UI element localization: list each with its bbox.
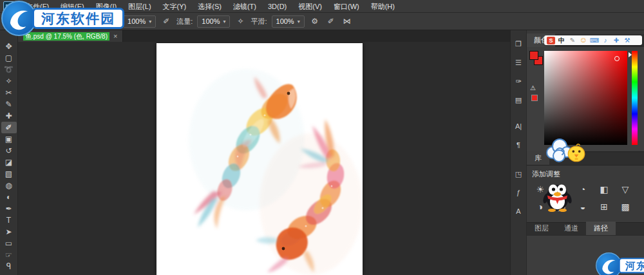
collapsed-panel-icon[interactable]: ◳ xyxy=(511,167,526,181)
tab-channels[interactable]: 通道 xyxy=(556,222,586,235)
color-field-marker[interactable] xyxy=(614,56,620,61)
ime-toolbar-icon[interactable]: ☺ xyxy=(579,36,588,44)
collapsed-panel-icon[interactable]: ✑ xyxy=(511,74,526,88)
tool-button[interactable]: ✚ xyxy=(1,110,17,122)
qq-penguin-sticker[interactable] xyxy=(542,181,573,212)
menu-item[interactable]: 帮助(H) xyxy=(365,0,401,13)
collapsed-panel-icon[interactable]: A| xyxy=(511,119,526,133)
flow-label: 流量: xyxy=(176,17,193,26)
collapsed-panel-icon[interactable]: A xyxy=(511,204,526,218)
ime-toolbar-icon[interactable]: 中 xyxy=(557,36,566,44)
adjustment-icon[interactable]: ▩ xyxy=(617,199,634,214)
chick-sticker[interactable] xyxy=(566,142,587,163)
chevron-down-icon: ▾ xyxy=(298,19,300,24)
photoshop-window: Ps 文件(F)编辑(E)图像(I)图层(L)文字(Y)选择(S)滤镜(T)3D… xyxy=(0,0,644,275)
watermark-text: 河东软件园 xyxy=(32,8,124,29)
tools-panel: ✥▢➰✧✂✎✚✐▣↺◪▧◍◐✒T➤▭☞ᑫ xyxy=(0,30,18,275)
collapsed-panel-icon[interactable]: ƒ xyxy=(511,185,526,200)
chevron-down-icon: ▾ xyxy=(223,19,225,24)
collapsed-panel-icon[interactable]: ¶ xyxy=(511,138,526,152)
tool-button[interactable]: ᑫ xyxy=(1,261,17,272)
tool-button[interactable]: ✒ xyxy=(1,203,17,214)
menu-item[interactable]: 文字(Y) xyxy=(157,0,193,13)
ime-toolbar-icon[interactable]: ⌨ xyxy=(590,36,599,44)
watermark-text: 河东软件园 xyxy=(619,258,644,273)
tool-button[interactable]: ➰ xyxy=(1,64,17,75)
tool-button[interactable]: ☞ xyxy=(1,249,17,261)
tool-button[interactable]: ▢ xyxy=(1,52,17,64)
site-watermark: 河东软件园 xyxy=(1,1,124,36)
opacity-select[interactable]: 100% ▾ xyxy=(123,15,156,28)
adjustment-icon[interactable]: ⊞ xyxy=(596,199,612,214)
layers-dock-tabs: 图层 通道 路径 xyxy=(527,222,644,235)
document-canvas[interactable] xyxy=(156,43,363,275)
adjustments-title: 添加调整 xyxy=(532,168,644,180)
ime-toolbar: S中✎☺⌨♪✚⚒ xyxy=(544,35,642,45)
opacity-value: 100% xyxy=(128,17,146,25)
tool-button[interactable]: ◍ xyxy=(1,180,17,191)
tool-button[interactable]: ✐ xyxy=(1,122,17,133)
menu-item[interactable]: 选择(S) xyxy=(192,0,227,13)
pen-pressure-size-icon[interactable]: ✐ xyxy=(325,17,337,26)
airbrush-icon[interactable]: ✧ xyxy=(234,17,246,26)
flow-value: 100% xyxy=(202,17,220,25)
tool-button[interactable]: ▭ xyxy=(1,238,17,249)
gamut-color-swatch[interactable] xyxy=(531,95,538,101)
adjustment-icon[interactable]: ▽ xyxy=(617,182,634,197)
site-watermark-corner: 河东软件园 xyxy=(596,252,644,275)
paint-symmetry-icon[interactable]: ⋈ xyxy=(341,17,353,26)
ime-toolbar-icon[interactable]: ♪ xyxy=(601,36,610,44)
tool-button[interactable]: ➤ xyxy=(1,226,17,238)
ime-toolbar-icon[interactable]: ✎ xyxy=(568,36,577,44)
tool-button[interactable]: ✥ xyxy=(1,41,17,52)
color-panel: 颜色 ≡ ⚠ xyxy=(527,34,644,151)
koi-artwork xyxy=(156,43,363,275)
gamut-warning-icon[interactable]: ⚠ xyxy=(530,84,536,91)
flow-select[interactable]: 100% ▾ xyxy=(197,15,230,28)
tool-button[interactable]: ✧ xyxy=(1,75,17,87)
tool-button[interactable]: ▣ xyxy=(1,133,17,145)
foreground-color-swatch[interactable] xyxy=(529,51,538,60)
adjustment-icon[interactable]: ◒ xyxy=(574,199,591,214)
hue-slider-marker[interactable] xyxy=(629,52,632,57)
tool-button[interactable]: T xyxy=(1,214,17,226)
tab-layers[interactable]: 图层 xyxy=(527,222,556,235)
menu-item[interactable]: 图层(L) xyxy=(122,0,156,13)
smoothing-value: 100% xyxy=(276,17,294,25)
tool-button[interactable]: ◐ xyxy=(1,191,17,203)
canvas-pasteboard[interactable] xyxy=(18,42,510,275)
menu-item[interactable]: 窗口(W) xyxy=(328,0,365,13)
tool-button[interactable]: ✎ xyxy=(1,99,17,110)
pen-pressure-opacity-icon[interactable]: ✐ xyxy=(160,17,172,26)
hue-slider[interactable] xyxy=(632,51,638,145)
collapsed-panel-icon[interactable]: ☰ xyxy=(511,55,526,70)
tool-button[interactable]: ↺ xyxy=(1,145,17,156)
ime-toolbar-icon[interactable]: ⚒ xyxy=(623,36,632,44)
ime-toolbar-icon[interactable]: ✚ xyxy=(612,36,621,44)
adjustment-icon[interactable]: ◧ xyxy=(596,182,612,197)
adjustment-icon[interactable]: ◔ xyxy=(574,182,591,197)
collapsed-panel-icon[interactable]: ▤ xyxy=(511,93,526,107)
gear-icon[interactable]: ⚙ xyxy=(309,17,321,26)
ime-toolbar-icon[interactable]: S xyxy=(547,37,555,44)
tab-paths[interactable]: 路径 xyxy=(586,222,616,235)
menu-item[interactable]: 视图(V) xyxy=(292,0,328,13)
collapsed-panels-strip: ❐☰✑▤A|¶◳ƒA xyxy=(510,30,527,275)
menu-item[interactable]: 3D(D) xyxy=(262,0,292,13)
tool-button[interactable]: ✂ xyxy=(1,87,17,99)
chevron-down-icon: ▾ xyxy=(149,19,151,24)
tool-button[interactable]: ◪ xyxy=(1,156,17,168)
smoothing-select[interactable]: 100% ▾ xyxy=(272,15,305,28)
tool-button[interactable]: ▧ xyxy=(1,168,17,180)
smoothing-label: 平滑: xyxy=(251,17,267,26)
collapsed-panel-icon[interactable]: ❐ xyxy=(511,37,526,51)
saturation-brightness-field[interactable] xyxy=(544,51,627,145)
menu-item[interactable]: 滤镜(T) xyxy=(227,0,262,13)
site-logo-icon xyxy=(1,1,37,36)
